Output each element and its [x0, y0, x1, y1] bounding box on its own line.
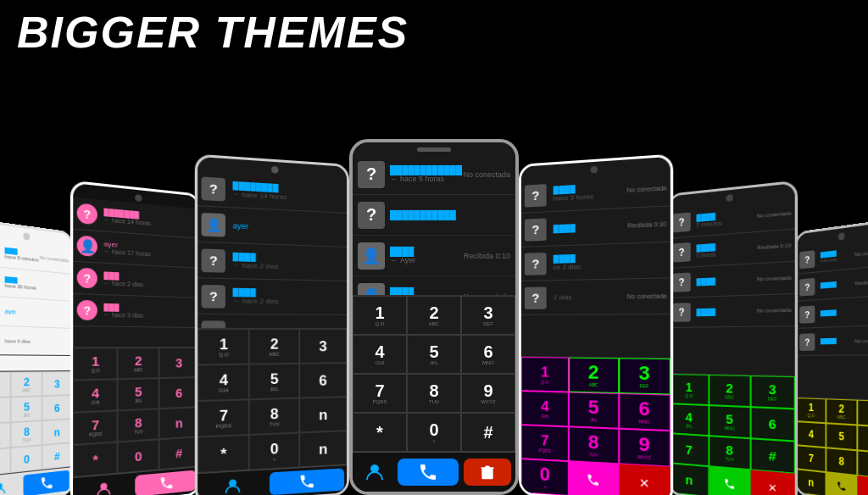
- dial-key-6[interactable]: 6 MNO: [461, 335, 515, 374]
- page-title: BIGGER THEMES: [17, 7, 409, 58]
- dial-key-9[interactable]: 9 WXYZ: [461, 374, 515, 413]
- phone-far-right: ? ████ minutos No conectada ? ████ Recib…: [794, 219, 868, 495]
- dial-key-star[interactable]: *: [353, 413, 407, 452]
- phone-mid-left: ? ███████ ← hace 14 horas 👤 ayer ← hace …: [70, 180, 201, 495]
- dial-key-1[interactable]: 1 Q.O: [353, 296, 407, 335]
- delete-button[interactable]: [464, 459, 511, 486]
- phone-near-right: ? ████ hace 3 horas No conectada ? ████ …: [519, 153, 673, 495]
- dial-key-5[interactable]: 5 JKL: [407, 335, 461, 374]
- phone-mid-right: ? ████ 5 minutos No conectada ? ████ 0 h…: [667, 180, 798, 495]
- phones-container: ? ███ hace 8 minutos No conectada ? ███ …: [0, 64, 868, 495]
- dial-key-3[interactable]: 3 DEF: [461, 296, 515, 335]
- dial-key-2[interactable]: 2 ABC: [407, 296, 461, 335]
- contacts-button[interactable]: [354, 456, 395, 488]
- phone-center: ? ████████████ ← hace 5 horas No conecta…: [349, 139, 519, 495]
- dial-key-0[interactable]: 0 +: [407, 413, 461, 452]
- phone-far-left: ? ███ hace 8 minutos No conectada ? ███ …: [0, 219, 74, 495]
- dial-key-4[interactable]: 4 GHI: [353, 335, 407, 374]
- phone-near-left: ? ████████ ← hace 14 horas 👤 ayer ? ████: [195, 153, 349, 495]
- dial-key-8[interactable]: 8 TUV: [407, 374, 461, 413]
- dial-key-7[interactable]: 7 PQRS: [353, 374, 407, 413]
- call-button[interactable]: [398, 459, 459, 486]
- dial-key-hash[interactable]: #: [461, 413, 515, 452]
